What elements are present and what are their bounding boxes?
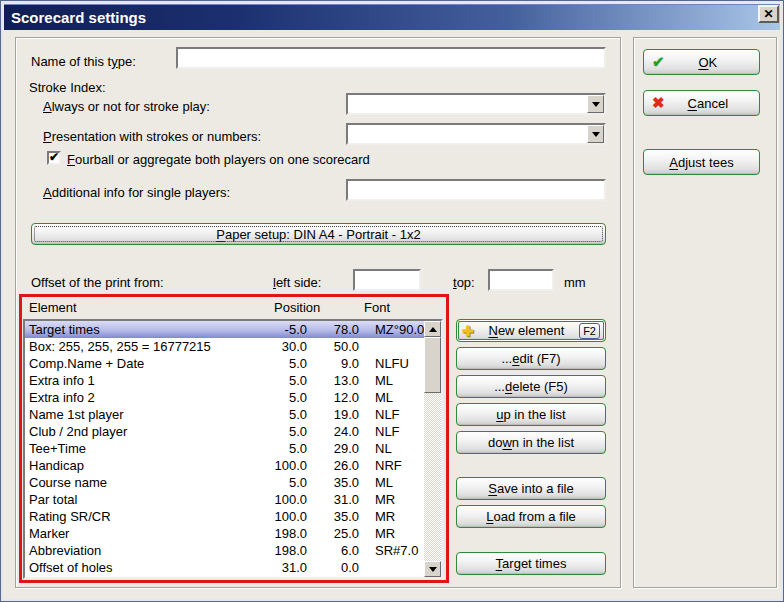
top-offset-input[interactable]: 2,00 <box>488 269 554 291</box>
unit-label: mm <box>564 275 586 290</box>
cell-position-y: 12.0 <box>307 389 359 406</box>
list-row[interactable]: Abbreviation 198.0 6.0 SR#7.0 <box>25 542 441 559</box>
cell-position-y: 24.0 <box>307 423 359 440</box>
scorecard-settings-dialog: Scorecard settings ✕ Name of this type: … <box>0 0 784 602</box>
always-stroke-play-dropdown-button[interactable] <box>587 95 604 113</box>
new-element-button[interactable]: ✚ New element F2 <box>456 319 606 342</box>
cell-position-y: 0.0 <box>307 559 359 576</box>
list-row[interactable]: Box: 255, 255, 255 = 16777215 30.0 50.0 <box>25 338 441 355</box>
presentation-dropdown-button[interactable] <box>587 125 604 143</box>
cell-position-y: 26.0 <box>307 457 359 474</box>
paper-setup-button[interactable]: Paper setup: DIN A4 - Portrait - 1x2 <box>31 223 606 245</box>
check-icon: ✔ <box>652 53 665 71</box>
scrollbar[interactable] <box>424 321 441 577</box>
edit-label: ...edit (F7) <box>501 351 560 366</box>
save-into-file-button[interactable]: Save into a file <box>456 477 606 500</box>
column-header-element: Element <box>29 300 77 315</box>
cell-position-x: 198.0 <box>249 525 307 542</box>
down-in-list-label: down in the list <box>488 435 574 450</box>
load-from-file-button[interactable]: Load from a file <box>456 505 606 528</box>
adjust-tees-button[interactable]: Adjust tees <box>643 149 760 175</box>
cell-element: Course name <box>25 474 249 491</box>
cancel-label: Cancel <box>665 96 751 111</box>
list-row[interactable]: Marker 198.0 25.0 MR <box>25 525 441 542</box>
cell-element: Extra info 2 <box>25 389 249 406</box>
scroll-thumb[interactable] <box>424 337 441 393</box>
cell-element: Target times <box>25 321 249 338</box>
adjust-tees-label: Adjust tees <box>669 155 733 170</box>
cell-position-x: 5.0 <box>249 440 307 457</box>
cell-position-x: 100.0 <box>249 508 307 525</box>
scroll-down-button[interactable] <box>424 561 441 577</box>
cell-element: Tee+Time <box>25 440 249 457</box>
cell-element: Par total <box>25 491 249 508</box>
list-row[interactable]: Handicap 100.0 26.0 NRF <box>25 457 441 474</box>
additional-info-input[interactable]: <CLUB > <box>346 179 606 201</box>
cell-position-y: 6.0 <box>307 542 359 559</box>
paper-setup-label: Paper setup: DIN A4 - Portrait - 1x2 <box>216 227 420 242</box>
list-row[interactable]: Rating SR/CR 100.0 35.0 MR <box>25 508 441 525</box>
always-stroke-play-select[interactable]: Not for stroke play <box>346 93 606 115</box>
cell-element: Handicap <box>25 457 249 474</box>
cancel-button[interactable]: ✖ Cancel <box>643 90 760 116</box>
edit-button[interactable]: ...edit (F7) <box>456 347 606 370</box>
list-row[interactable]: Extra info 1 5.0 13.0 ML <box>25 372 441 389</box>
down-in-list-button[interactable]: down in the list <box>456 431 606 454</box>
cell-position-y: 13.0 <box>307 372 359 389</box>
fourball-checkbox[interactable]: ✔ <box>47 151 61 165</box>
cell-element: Rating SR/CR <box>25 508 249 525</box>
cell-element: Name 1st player <box>25 406 249 423</box>
target-times-label: Target times <box>496 556 567 571</box>
list-row[interactable]: Offset of holes 31.0 0.0 <box>25 559 441 576</box>
cross-icon: ✖ <box>652 94 665 112</box>
cell-position-x: 100.0 <box>249 457 307 474</box>
up-in-list-button[interactable]: up in the list <box>456 403 606 426</box>
cell-position-y: 9.0 <box>307 355 359 372</box>
list-row[interactable]: Par total 100.0 31.0 MR <box>25 491 441 508</box>
cell-position-x: 5.0 <box>249 406 307 423</box>
list-row[interactable]: Extra info 2 5.0 12.0 ML <box>25 389 441 406</box>
up-in-list-label: up in the list <box>496 407 565 422</box>
list-row[interactable]: Tee+Time 5.0 29.0 NL <box>25 440 441 457</box>
additional-info-label: Additional info for single players: <box>43 185 230 200</box>
cell-position-x: 5.0 <box>249 389 307 406</box>
list-row[interactable]: Comp.Name + Date 5.0 9.0 NLFU <box>25 355 441 372</box>
ok-label: OK <box>665 55 751 70</box>
delete-label: ...delete (F5) <box>494 379 568 394</box>
cell-position-x: 198.0 <box>249 542 307 559</box>
cell-position-x: 5.0 <box>249 423 307 440</box>
always-stroke-play-label: Always or not for stroke play: <box>43 99 210 114</box>
cell-position-y: 25.0 <box>307 525 359 542</box>
stroke-index-label: Stroke Index: <box>29 80 106 95</box>
cell-position-y: 19.0 <box>307 406 359 423</box>
scroll-up-button[interactable] <box>424 321 441 337</box>
cell-element: Extra info 1 <box>25 372 249 389</box>
list-row[interactable]: Course name 5.0 35.0 ML <box>25 474 441 491</box>
cell-element: Offset of holes <box>25 559 249 576</box>
name-of-type-input[interactable]: Scorecard with frame <box>176 47 606 69</box>
scroll-up-icon <box>429 323 437 332</box>
delete-button[interactable]: ...delete (F5) <box>456 375 606 398</box>
left-side-label: left side: <box>273 275 321 290</box>
left-offset-input[interactable]: 4,00 <box>353 269 421 291</box>
list-row[interactable]: Name 1st player 5.0 19.0 NLF <box>25 406 441 423</box>
list-row[interactable]: Club / 2nd player 5.0 24.0 NLF <box>25 423 441 440</box>
element-list[interactable]: Target times -5.0 78.0 MZ°90.0 Box: 255,… <box>23 319 443 579</box>
plus-icon: ✚ <box>462 323 474 339</box>
presentation-label: Presentation with strokes or numbers: <box>43 129 261 144</box>
chevron-down-icon <box>592 132 600 141</box>
close-button[interactable]: ✕ <box>758 5 779 23</box>
checkbox-check-icon: ✔ <box>49 152 59 162</box>
cell-position-y: 31.0 <box>307 491 359 508</box>
save-into-file-label: Save into a file <box>488 481 573 496</box>
cell-element: Comp.Name + Date <box>25 355 249 372</box>
cell-position-x: 30.0 <box>249 338 307 355</box>
chevron-down-icon <box>592 102 600 111</box>
target-times-button[interactable]: Target times <box>456 552 606 575</box>
list-row[interactable]: Target times -5.0 78.0 MZ°90.0 <box>25 321 441 338</box>
offset-label: Offset of the print from: <box>31 275 164 290</box>
side-groupbox <box>633 37 777 588</box>
top-label: top: <box>453 275 475 290</box>
presentation-select[interactable]: Strokes <box>346 123 606 145</box>
ok-button[interactable]: ✔ OK <box>643 49 760 75</box>
